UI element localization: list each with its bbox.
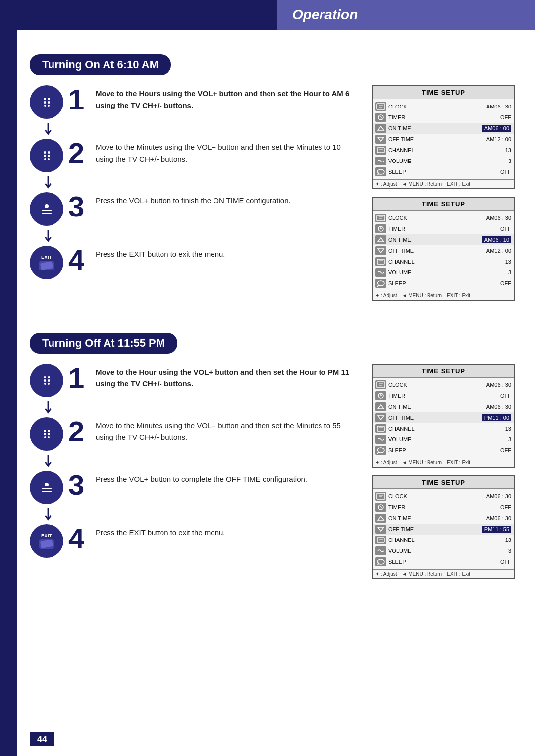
section2-panels: TIME SETUP CLOCKAM06 : 30 TIMEROFF ON TI…: [372, 364, 515, 587]
s2-arrow3: [30, 508, 357, 522]
s2-step1-icon: [30, 364, 63, 397]
s2-step4-content: Press the EXIT button to exit the menu.: [96, 524, 357, 539]
header-title-box: Operation: [277, 0, 535, 30]
s2-step3-content: Press the VOL+ button to complete the OF…: [96, 471, 357, 485]
step2-content: Move to the Minutes using the VOL+ butto…: [96, 139, 357, 165]
section2-heading: Turning Off At 11:55 PM: [30, 333, 515, 354]
step4-content: Press the EXIT button to exit the menu.: [96, 246, 357, 260]
panel4-body: CLOCKAM06 : 30 TIMEROFF ON TIMEAM06 : 30…: [373, 489, 514, 569]
section2-step4: EXIT 4 Press the EXIT button to exit the…: [30, 524, 357, 558]
main-content: Turning On At 6:10 AM 1: [0, 30, 535, 606]
s2-step2-number: 2: [68, 417, 88, 446]
panel3-footer: ✦ : Adjust◄ MENU : ReturnEXIT : Exit: [373, 458, 514, 467]
s2-step4-icon: EXIT: [30, 524, 63, 558]
section1-panels: TIME SETUP CLOCKAM06 : 30 TIMEROFF ON TI…: [372, 85, 515, 308]
step4-number: 4: [68, 246, 88, 274]
svg-marker-27: [378, 416, 384, 420]
step3-icon: [30, 192, 63, 226]
section1-panel1: TIME SETUP CLOCKAM06 : 30 TIMEROFF ON TI…: [372, 85, 515, 189]
panel2-body: CLOCKAM06 : 30 TIMEROFF ON TIMEAM06 : 10…: [373, 211, 514, 291]
s2-step3-icon: [30, 471, 63, 504]
step1-number: 1: [68, 85, 88, 114]
s2-step4-number: 4: [68, 524, 88, 553]
section2-panel2: TIME SETUP CLOCKAM06 : 30 TIMEROFF ON TI…: [372, 475, 515, 579]
svg-marker-16: [378, 238, 384, 242]
section1-heading-box: Turning On At 6:10 AM: [30, 54, 171, 75]
svg-rect-0: [377, 104, 385, 109]
panel2-footer: ✦ : Adjust◄ MENU : ReturnEXIT : Exit: [373, 291, 514, 300]
section2-heading-text: Turning Off At 11:55 PM: [42, 337, 165, 349]
svg-rect-8: [377, 148, 384, 153]
step2-text: Move to the Minutes using the VOL+ butto…: [96, 141, 357, 165]
svg-marker-6: [378, 126, 384, 130]
svg-marker-26: [378, 405, 384, 409]
panel4-title: TIME SETUP: [373, 476, 514, 489]
panel3-title: TIME SETUP: [373, 365, 514, 378]
section1-panel2: TIME SETUP CLOCKAM06 : 30 TIMEROFF ON TI…: [372, 197, 515, 301]
section1-heading-text: Turning On At 6:10 AM: [42, 58, 159, 71]
section1-step4: EXIT 4 Press the EXIT button to exit the…: [30, 246, 357, 279]
section2-step1: 1 Move to the Hour using the VOL+ button…: [30, 364, 357, 397]
section2-steps: 1 Move to the Hour using the VOL+ button…: [30, 364, 357, 562]
panel2-title: TIME SETUP: [373, 198, 514, 211]
section1-heading: Turning On At 6:10 AM: [30, 54, 515, 75]
svg-rect-28: [377, 426, 384, 431]
svg-rect-20: [377, 382, 385, 388]
section1-steps: 1 Move to the Hours using the VOL+ butto…: [30, 85, 357, 283]
step3-content: Press the VOL+ button to finish the ON T…: [96, 192, 357, 207]
step2-icon: [30, 139, 63, 172]
step3-number: 3: [68, 192, 88, 221]
section1-step2: 2 Move to the Minutes using the VOL+ but…: [30, 139, 357, 172]
panel1-body: CLOCKAM06 : 30 TIMEROFF ON TIMEAM06 : 00…: [373, 99, 514, 179]
section1-step1: 1 Move to the Hours using the VOL+ butto…: [30, 85, 357, 119]
arrow2: [30, 176, 357, 190]
svg-rect-30: [377, 493, 385, 499]
s2-step1-number: 1: [68, 364, 88, 392]
svg-marker-17: [378, 249, 384, 253]
svg-rect-10: [377, 215, 385, 221]
page-number: 44: [30, 732, 54, 746]
header-title: Operation: [292, 7, 358, 23]
s2-step3-number: 3: [68, 471, 88, 499]
header-bar: Operation: [0, 0, 535, 30]
step4-icon: EXIT: [30, 246, 63, 279]
s2-step3-text: Press the VOL+ button to complete the OF…: [96, 473, 357, 485]
section2-step3: 3 Press the VOL+ button to complete the …: [30, 471, 357, 504]
arrow3: [30, 230, 357, 244]
section2-panel1: TIME SETUP CLOCKAM06 : 30 TIMEROFF ON TI…: [372, 364, 515, 468]
panel4-footer: ✦ : Adjust◄ MENU : ReturnEXIT : Exit: [373, 569, 514, 578]
s2-arrow2: [30, 455, 357, 469]
svg-marker-37: [378, 527, 384, 531]
svg-rect-18: [377, 259, 384, 264]
panel3-body: CLOCKAM06 : 30 TIMEROFF ON TIMEAM06 : 30…: [373, 378, 514, 458]
section2-heading-box: Turning Off At 11:55 PM: [30, 333, 177, 354]
arrow1: [30, 123, 357, 137]
step1-content: Move to the Hours using the VOL+ button …: [96, 85, 357, 111]
step1-text: Move to the Hours using the VOL+ button …: [96, 88, 357, 111]
step1-icon: [30, 85, 63, 119]
s2-step2-icon: [30, 417, 63, 451]
svg-marker-7: [378, 137, 384, 141]
step4-text: Press the EXIT button to exit the menu.: [96, 248, 357, 260]
step2-number: 2: [68, 139, 88, 167]
s2-step1-text: Move to the Hour using the VOL+ button a…: [96, 366, 357, 390]
panel1-footer: ✦ : Adjust◄ MENU : ReturnEXIT : Exit: [373, 179, 514, 188]
s2-step4-text: Press the EXIT button to exit the menu.: [96, 527, 357, 539]
s2-arrow1: [30, 401, 357, 415]
section2-step2: 2 Move to the Minutes using the VOL+ but…: [30, 417, 357, 451]
svg-rect-38: [377, 538, 384, 542]
s2-step1-content: Move to the Hour using the VOL+ button a…: [96, 364, 357, 390]
section1-step3: 3 Press the VOL+ button to finish the ON…: [30, 192, 357, 226]
svg-marker-36: [378, 516, 384, 520]
s2-step2-content: Move to the Minutes using the VOL+ butto…: [96, 417, 357, 443]
step3-text: Press the VOL+ button to finish the ON T…: [96, 195, 357, 207]
panel1-title: TIME SETUP: [373, 86, 514, 99]
s2-step2-text: Move to the Minutes using the VOL+ butto…: [96, 420, 357, 443]
